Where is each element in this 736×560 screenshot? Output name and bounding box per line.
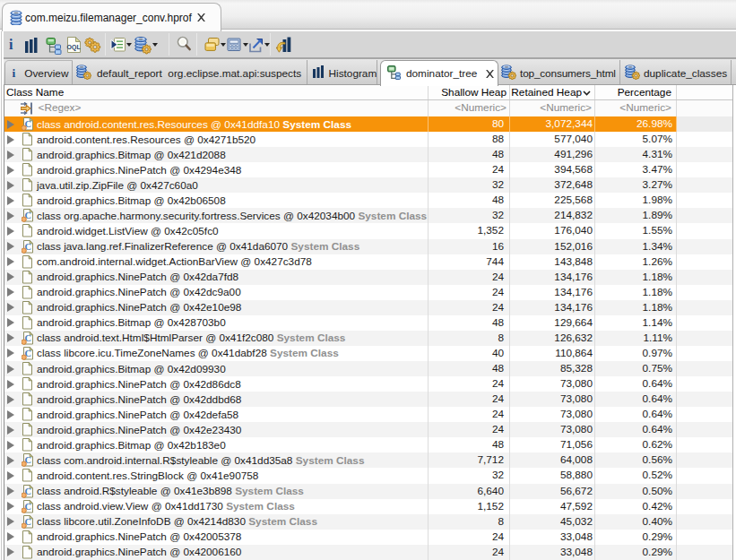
- svg-text:OQL: OQL: [67, 44, 82, 51]
